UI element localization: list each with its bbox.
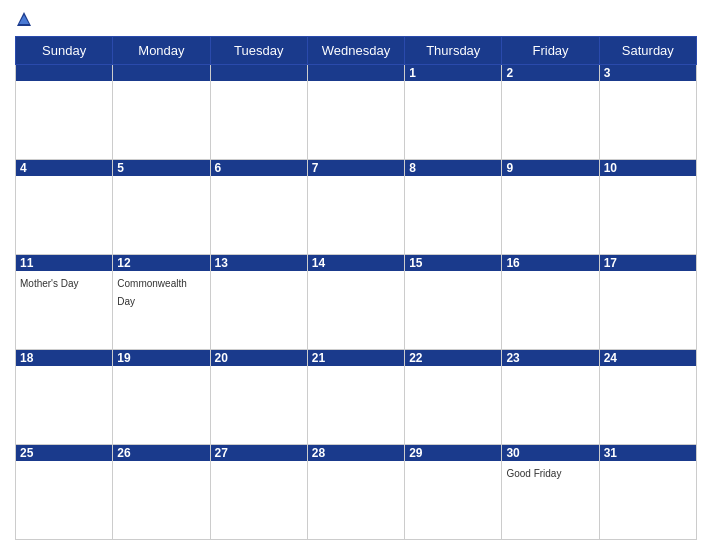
calendar-week-row: 11Mother's Day12Commonwealth Day13141516… bbox=[16, 255, 697, 350]
calendar-cell: 29 bbox=[405, 445, 502, 540]
calendar-week-row: 0000123 bbox=[16, 65, 697, 160]
calendar-cell: 0 bbox=[113, 65, 210, 160]
calendar-cell: 11Mother's Day bbox=[16, 255, 113, 350]
date-number: 26 bbox=[113, 445, 209, 461]
date-number: 18 bbox=[16, 350, 112, 366]
weekday-header-saturday: Saturday bbox=[599, 37, 696, 65]
date-number: 15 bbox=[405, 255, 501, 271]
calendar-cell: 15 bbox=[405, 255, 502, 350]
date-number: 22 bbox=[405, 350, 501, 366]
calendar-cell: 16 bbox=[502, 255, 599, 350]
date-number: 4 bbox=[16, 160, 112, 176]
calendar-cell: 17 bbox=[599, 255, 696, 350]
calendar-cell: 28 bbox=[307, 445, 404, 540]
date-number: 6 bbox=[211, 160, 307, 176]
calendar-cell: 30Good Friday bbox=[502, 445, 599, 540]
weekday-header-sunday: Sunday bbox=[16, 37, 113, 65]
calendar-cell: 27 bbox=[210, 445, 307, 540]
weekday-header-monday: Monday bbox=[113, 37, 210, 65]
calendar-cell: 4 bbox=[16, 160, 113, 255]
calendar-cell: 2 bbox=[502, 65, 599, 160]
date-number: 30 bbox=[502, 445, 598, 461]
date-number: 10 bbox=[600, 160, 696, 176]
calendar-week-row: 18192021222324 bbox=[16, 350, 697, 445]
calendar-week-row: 252627282930Good Friday31 bbox=[16, 445, 697, 540]
calendar-cell: 6 bbox=[210, 160, 307, 255]
date-number: 19 bbox=[113, 350, 209, 366]
logo bbox=[15, 10, 35, 28]
date-number: 29 bbox=[405, 445, 501, 461]
date-number: 17 bbox=[600, 255, 696, 271]
calendar-cell: 18 bbox=[16, 350, 113, 445]
calendar-cell: 8 bbox=[405, 160, 502, 255]
calendar-cell: 10 bbox=[599, 160, 696, 255]
weekday-header-wednesday: Wednesday bbox=[307, 37, 404, 65]
date-number: 31 bbox=[600, 445, 696, 461]
date-number: 3 bbox=[600, 65, 696, 81]
page-header bbox=[15, 10, 697, 28]
date-number: 14 bbox=[308, 255, 404, 271]
date-number: 8 bbox=[405, 160, 501, 176]
weekday-header-tuesday: Tuesday bbox=[210, 37, 307, 65]
calendar-cell: 23 bbox=[502, 350, 599, 445]
weekday-header-friday: Friday bbox=[502, 37, 599, 65]
holiday-label: Commonwealth Day bbox=[117, 278, 186, 307]
holiday-label: Mother's Day bbox=[20, 278, 79, 289]
date-number: 2 bbox=[502, 65, 598, 81]
date-number: 11 bbox=[16, 255, 112, 271]
calendar-cell: 26 bbox=[113, 445, 210, 540]
calendar-cell: 13 bbox=[210, 255, 307, 350]
date-number: 20 bbox=[211, 350, 307, 366]
weekday-header-row: SundayMondayTuesdayWednesdayThursdayFrid… bbox=[16, 37, 697, 65]
date-number: 5 bbox=[113, 160, 209, 176]
date-number: 27 bbox=[211, 445, 307, 461]
calendar-cell: 12Commonwealth Day bbox=[113, 255, 210, 350]
date-number: 1 bbox=[405, 65, 501, 81]
calendar-cell: 5 bbox=[113, 160, 210, 255]
date-number: 12 bbox=[113, 255, 209, 271]
date-number: 21 bbox=[308, 350, 404, 366]
calendar-cell: 14 bbox=[307, 255, 404, 350]
date-number: 25 bbox=[16, 445, 112, 461]
calendar-cell: 25 bbox=[16, 445, 113, 540]
date-number: 9 bbox=[502, 160, 598, 176]
calendar-table: SundayMondayTuesdayWednesdayThursdayFrid… bbox=[15, 36, 697, 540]
date-number: 7 bbox=[308, 160, 404, 176]
calendar-cell: 7 bbox=[307, 160, 404, 255]
calendar-cell: 31 bbox=[599, 445, 696, 540]
calendar-cell: 24 bbox=[599, 350, 696, 445]
calendar-cell: 0 bbox=[16, 65, 113, 160]
date-number: 16 bbox=[502, 255, 598, 271]
calendar-cell: 19 bbox=[113, 350, 210, 445]
logo-icon bbox=[15, 10, 33, 28]
calendar-cell: 21 bbox=[307, 350, 404, 445]
calendar-cell: 3 bbox=[599, 65, 696, 160]
calendar-cell: 0 bbox=[307, 65, 404, 160]
calendar-cell: 1 bbox=[405, 65, 502, 160]
calendar-cell: 9 bbox=[502, 160, 599, 255]
calendar-cell: 22 bbox=[405, 350, 502, 445]
date-number: 13 bbox=[211, 255, 307, 271]
date-number: 28 bbox=[308, 445, 404, 461]
calendar-cell: 0 bbox=[210, 65, 307, 160]
calendar-cell: 20 bbox=[210, 350, 307, 445]
calendar-week-row: 45678910 bbox=[16, 160, 697, 255]
holiday-label: Good Friday bbox=[506, 468, 561, 479]
logo-blue-text bbox=[15, 10, 35, 28]
date-number: 23 bbox=[502, 350, 598, 366]
date-number: 24 bbox=[600, 350, 696, 366]
weekday-header-thursday: Thursday bbox=[405, 37, 502, 65]
